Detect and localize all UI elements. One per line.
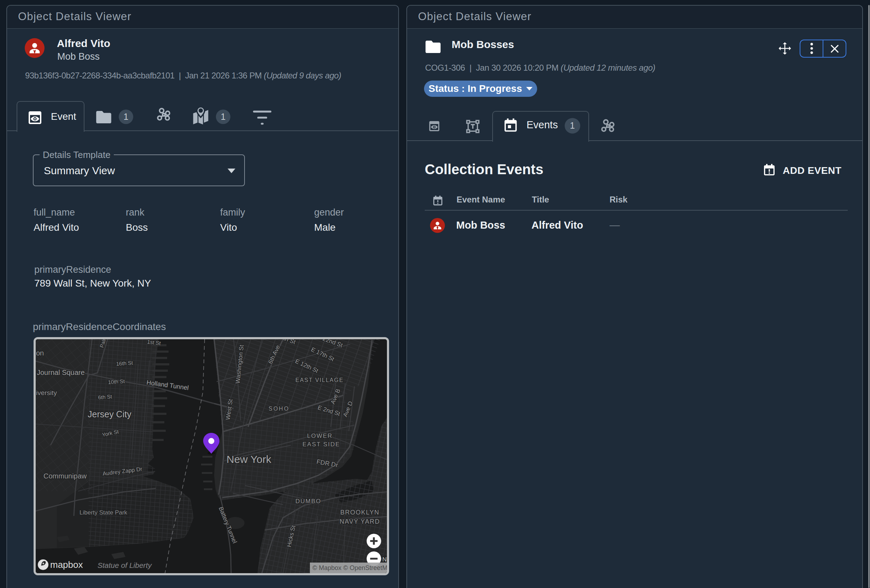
svg-text:16th St: 16th St: [116, 360, 133, 367]
svg-text:NAVY YARD: NAVY YARD: [340, 518, 380, 525]
svg-text:10th St: 10th St: [108, 378, 125, 385]
svg-text:New York: New York: [226, 453, 272, 465]
svg-text:BROOKLYN: BROOKLYN: [340, 509, 380, 516]
svg-text:Communipaw: Communipaw: [43, 472, 87, 480]
svg-text:DUMBO: DUMBO: [295, 498, 321, 505]
svg-text:LOWER: LOWER: [307, 433, 332, 439]
svg-text:Journal Square: Journal Square: [37, 369, 85, 376]
svg-text:© Mapbox © OpenStreetMap: © Mapbox © OpenStreetMap: [312, 564, 387, 572]
svg-text:Statue of Liberty: Statue of Liberty: [98, 561, 152, 569]
svg-text:6th St: 6th St: [98, 393, 112, 400]
svg-text:Jersey City: Jersey City: [88, 409, 131, 419]
svg-text:EAST SIDE: EAST SIDE: [302, 441, 340, 448]
svg-text:Liberty State Park: Liberty State Park: [79, 509, 128, 516]
svg-text:NT: NT: [382, 556, 387, 563]
svg-text:EAST VILLAGE: EAST VILLAGE: [295, 377, 344, 383]
svg-text:SOHO: SOHO: [268, 406, 289, 412]
svg-text:iversity: iversity: [36, 389, 57, 396]
svg-text:on: on: [36, 349, 44, 357]
svg-text:mapbox: mapbox: [50, 560, 83, 570]
